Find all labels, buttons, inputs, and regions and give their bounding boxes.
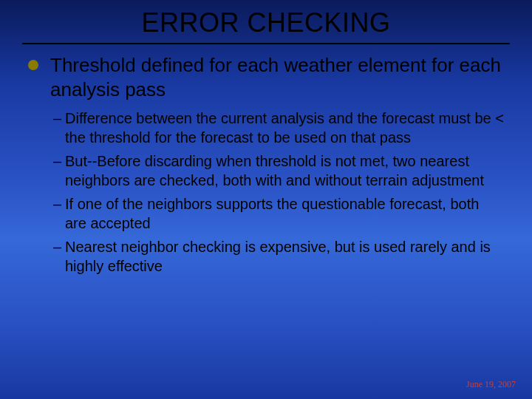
bullet-dot-icon (28, 60, 38, 70)
main-bullet-text: Threshold defined for each weather eleme… (50, 54, 501, 100)
sub-bullet-item: Nearest neighbor checking is expensive, … (53, 237, 504, 276)
title-divider (22, 43, 510, 44)
sub-bullet-list: Difference between the current analysis … (28, 109, 504, 276)
sub-bullet-item: If one of the neighbors supports the que… (53, 194, 504, 233)
slide-title: ERROR CHECKING (0, 0, 532, 43)
main-bullet: Threshold defined for each weather eleme… (28, 53, 504, 101)
sub-bullet-item: Difference between the current analysis … (53, 109, 504, 147)
footer-date: June 19, 2007 (466, 379, 516, 390)
slide-content: Threshold defined for each weather eleme… (0, 53, 532, 276)
sub-bullet-item: But--Before discarding when threshold is… (53, 151, 504, 190)
